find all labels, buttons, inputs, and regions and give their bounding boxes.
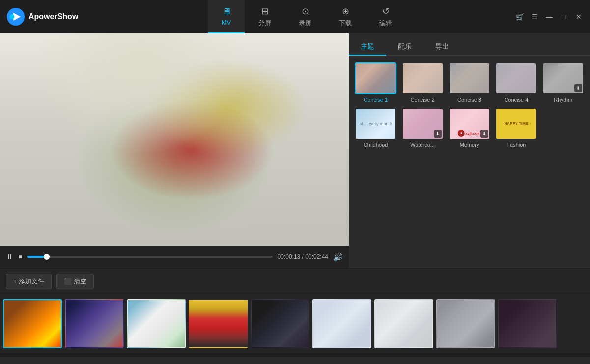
nav-tabs: 🖥 MV ⊞ 分屏 ⊙ 录屏 ⊕ 下载 ↺ 编辑 — [98, 0, 515, 33]
theme-label-concise4: Concise 4 — [504, 97, 528, 103]
tab-splitscreen-label: 分屏 — [258, 19, 271, 28]
theme-item-childhood[interactable]: abc every month Childhood — [355, 108, 396, 148]
panel-tab-export[interactable]: 导出 — [423, 38, 461, 55]
theme-item-rhythm[interactable]: ⬇ Rhythm — [542, 62, 584, 103]
theme-item-memory[interactable]: ⬇ ★ xzji.com Memory — [449, 108, 490, 148]
film-item-1[interactable] — [3, 299, 62, 348]
tab-mv[interactable]: 🖥 MV — [208, 0, 245, 33]
theme-label-watercolor: Waterco... — [410, 142, 435, 148]
right-panel: 主题 配乐 导出 Concise 1 Concise 2 — [349, 33, 590, 268]
theme-label-concise2: Concise 2 — [411, 97, 435, 103]
theme-thumb-concise1 — [355, 62, 396, 94]
theme-thumb-memory: ⬇ ★ xzji.com — [449, 108, 490, 140]
video-player[interactable] — [0, 33, 349, 246]
bottom-area: + 添加文件 ⬛ 清空 — [0, 268, 590, 357]
panel-tab-theme[interactable]: 主题 — [349, 38, 386, 55]
video-area: ⏸ ■ 00:00:13 / 00:02:44 🔊 — [0, 33, 349, 268]
logo-area: ApowerShow — [0, 8, 98, 26]
tab-edit[interactable]: ↺ 编辑 — [365, 0, 406, 33]
watercolor-download-badge: ⬇ — [434, 130, 442, 138]
titlebar: ApowerShow 🖥 MV ⊞ 分屏 ⊙ 录屏 ⊕ 下载 ↺ 编辑 🛒 ☰ … — [0, 0, 590, 33]
theme-label-rhythm: Rhythm — [554, 97, 572, 103]
time-total: 00:02:44 — [305, 253, 328, 260]
splitscreen-icon: ⊞ — [261, 6, 269, 17]
film-item-7[interactable] — [374, 299, 433, 348]
film-item-6[interactable] — [312, 299, 371, 348]
pause-button[interactable]: ⏸ — [6, 252, 14, 261]
add-file-label: + 添加文件 — [13, 277, 44, 286]
tab-mv-label: MV — [222, 19, 231, 26]
theme-thumb-fashion: HAPPY TIME — [495, 108, 537, 140]
theme-label-childhood: Childhood — [364, 142, 388, 148]
clear-button[interactable]: ⬛ 清空 — [56, 274, 94, 289]
theme-thumb-concise4 — [495, 62, 537, 94]
close-button[interactable]: ✕ — [574, 12, 583, 21]
svg-point-2 — [9, 14, 14, 19]
theme-item-watercolor[interactable]: ⬇ Waterco... — [401, 108, 443, 148]
toolbar: + 添加文件 ⬛ 清空 — [0, 269, 590, 294]
tab-download-label: 下载 — [339, 19, 352, 28]
clear-label: ⬛ 清空 — [64, 277, 86, 286]
theme-label-concise1: Concise 1 — [364, 97, 388, 103]
film-item-3[interactable] — [127, 299, 186, 348]
theme-label-concise3: Concise 3 — [457, 97, 481, 103]
theme-item-concise1[interactable]: Concise 1 — [355, 62, 396, 103]
app-logo-icon — [7, 8, 25, 26]
memory-download-badge: ⬇ — [480, 130, 488, 138]
volume-button[interactable]: 🔊 — [333, 252, 343, 262]
film-item-2[interactable] — [65, 299, 124, 348]
rhythm-download-badge: ⬇ — [574, 84, 582, 92]
time-current: 00:00:13 — [278, 253, 301, 260]
tab-record-label: 录屏 — [299, 19, 311, 28]
main-content: ⏸ ■ 00:00:13 / 00:02:44 🔊 主题 配乐 导出 — [0, 33, 590, 268]
panel-tab-music[interactable]: 配乐 — [386, 38, 423, 55]
tab-edit-label: 编辑 — [379, 19, 392, 28]
cart-button[interactable]: 🛒 — [515, 12, 524, 21]
tab-record[interactable]: ⊙ 录屏 — [285, 0, 325, 33]
theme-item-concise4[interactable]: Concise 4 — [495, 62, 537, 103]
time-display: 00:00:13 / 00:02:44 — [278, 253, 328, 260]
maximize-button[interactable]: □ — [560, 12, 568, 21]
theme-thumb-concise3 — [449, 62, 490, 94]
film-item-4[interactable] — [189, 299, 248, 348]
theme-label-memory: Memory — [460, 142, 479, 148]
download-icon: ⊕ — [342, 6, 349, 17]
add-file-button[interactable]: + 添加文件 — [6, 274, 52, 289]
video-controls: ⏸ ■ 00:00:13 / 00:02:44 🔊 — [0, 246, 349, 268]
film-item-5[interactable] — [251, 299, 309, 348]
filmstrip — [0, 294, 590, 353]
theme-item-concise2[interactable]: Concise 2 — [401, 62, 443, 103]
mv-icon: 🖥 — [222, 6, 231, 17]
progress-thumb — [44, 254, 50, 260]
video-visual — [0, 33, 349, 246]
theme-thumb-watercolor: ⬇ — [402, 108, 444, 140]
theme-grid: Concise 1 Concise 2 Concise 3 Concise 4 — [349, 56, 590, 155]
theme-thumb-childhood: abc every month — [355, 108, 396, 140]
film-item-8[interactable] — [436, 299, 495, 348]
record-icon: ⊙ — [302, 6, 309, 17]
theme-item-fashion[interactable]: HAPPY TIME Fashion — [495, 108, 537, 148]
stop-button[interactable]: ■ — [19, 253, 22, 260]
edit-icon: ↺ — [382, 6, 390, 17]
menu-button[interactable]: ☰ — [530, 12, 539, 21]
app-name: ApowerShow — [28, 12, 78, 21]
tab-splitscreen[interactable]: ⊞ 分屏 — [245, 0, 285, 33]
theme-item-concise3[interactable]: Concise 3 — [449, 62, 490, 103]
theme-thumb-rhythm: ⬇ — [542, 62, 584, 94]
scrollbar-area[interactable] — [0, 353, 590, 357]
window-controls: 🛒 ☰ — □ ✕ — [515, 12, 590, 21]
theme-thumb-concise2 — [402, 62, 444, 94]
minimize-button[interactable]: — — [545, 12, 554, 21]
video-placeholder — [0, 33, 349, 246]
panel-tabs: 主题 配乐 导出 — [349, 33, 590, 56]
progress-bar[interactable] — [27, 256, 272, 258]
theme-label-fashion: Fashion — [506, 142, 526, 148]
film-item-9[interactable] — [498, 299, 557, 348]
tab-download[interactable]: ⊕ 下载 — [325, 0, 365, 33]
